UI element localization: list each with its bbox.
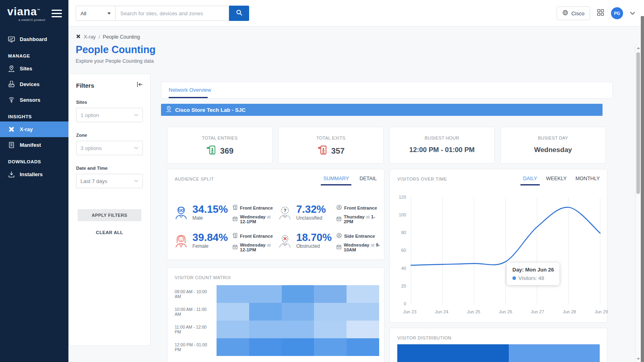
- stat-label: BUSIEST DAY: [501, 136, 605, 140]
- header-right-cluster: Cisco PG: [557, 6, 635, 20]
- audience-split-tabs: SUMMARY DETAIL: [323, 176, 377, 185]
- search-scope-select[interactable]: All: [76, 6, 115, 21]
- matrix-cell[interactable]: [314, 303, 347, 321]
- apps-grid-icon[interactable]: [597, 9, 604, 18]
- apply-filters-button[interactable]: APPLY FILTERS: [78, 209, 141, 221]
- matrix-cell[interactable]: [217, 303, 249, 321]
- matrix-cell[interactable]: [347, 321, 379, 338]
- metric-zone: Side Entrance: [344, 234, 375, 239]
- avatar[interactable]: PG: [611, 7, 623, 19]
- sidebar-item-devices[interactable]: Devices: [0, 76, 68, 92]
- matrix-cell[interactable]: [282, 321, 314, 338]
- visitors-over-time-tabs: DAILY WEEKLY MONTHLY: [523, 176, 600, 185]
- top-header: All Cisco PG: [68, 0, 644, 27]
- scroll-down-arrow-icon[interactable]: [637, 358, 640, 360]
- sidebar-item-sites[interactable]: Sites: [0, 61, 68, 76]
- matrix-cell[interactable]: [249, 303, 282, 321]
- x-axis-tick: Jun 23: [401, 309, 418, 314]
- content-scrollbar[interactable]: [635, 45, 641, 362]
- sidebar-item-dashboard[interactable]: Dashboard: [0, 31, 68, 47]
- y-axis-tick: 0: [404, 302, 406, 306]
- audience-split-title: AUDIENCE SPLIT: [175, 177, 214, 181]
- matrix-cell[interactable]: [347, 338, 379, 356]
- tab-monthly[interactable]: MONTHLY: [576, 176, 600, 185]
- metric-female: 39.84% Female Front Entrance Wednesday a…: [173, 232, 277, 252]
- x-axis-tick: Jun 24: [433, 309, 450, 314]
- matrix-row: 09:00 AM - 10:00 AM: [175, 285, 379, 303]
- org-button[interactable]: Cisco: [557, 6, 590, 20]
- window-scrollbar[interactable]: [641, 16, 644, 362]
- metric-unclassified: ? 7.32% Unclassified Front Entrance Thur…: [277, 204, 381, 224]
- chevron-down-icon: [134, 113, 138, 117]
- matrix-cell[interactable]: [314, 321, 347, 338]
- search-icon: [236, 9, 243, 17]
- tab-network-overview[interactable]: Network Overview: [169, 87, 211, 93]
- matrix-row-label: 09:00 AM - 10:00 AM: [175, 285, 217, 303]
- metric-day: Wednesday: [240, 243, 266, 247]
- tab-detail[interactable]: DETAIL: [359, 176, 377, 185]
- search-input[interactable]: [115, 6, 229, 21]
- hamburger-icon[interactable]: [52, 10, 62, 19]
- scrollbar-thumb[interactable]: [636, 52, 640, 194]
- chevron-down-icon[interactable]: [630, 10, 635, 17]
- line-chart-plot[interactable]: [409, 197, 602, 304]
- calendar-icon: [336, 245, 341, 250]
- stat-value: Wednesday: [501, 146, 605, 154]
- metric-at: at: [267, 214, 271, 219]
- matrix-cell[interactable]: [282, 303, 314, 321]
- tab-summary[interactable]: SUMMARY: [323, 176, 349, 185]
- unclassified-avatar-icon: ?: [277, 205, 293, 222]
- stat-card-total-exits: TOTAL EXITS 357: [278, 127, 384, 164]
- date-filter-value: Last 7 days: [80, 178, 107, 184]
- sidebar-section-insights: INSIGHTS: [8, 114, 68, 119]
- collapse-panel-icon[interactable]: [136, 81, 143, 89]
- matrix-cell[interactable]: [282, 285, 314, 303]
- audience-metrics: 34.15% Male Front Entrance Wednesday at …: [173, 204, 381, 252]
- sites-filter-select[interactable]: 1 option: [76, 108, 143, 122]
- sidebar-item-xray[interactable]: X-ray: [0, 121, 68, 137]
- x-axis-tick: Jun 26: [497, 309, 514, 314]
- y-axis-tick: 120: [399, 195, 406, 200]
- metric-day: Wednesday: [344, 243, 369, 247]
- matrix-cell[interactable]: [314, 285, 347, 303]
- matrix-cell[interactable]: [249, 321, 282, 338]
- metric-percent: 18.70%: [296, 232, 332, 243]
- matrix-cell[interactable]: [347, 285, 379, 303]
- entrance-door-icon: [233, 205, 237, 211]
- obstructed-avatar-icon: [277, 233, 293, 251]
- stat-value: 357: [331, 146, 345, 156]
- chevron-down-icon: [134, 146, 138, 150]
- matrix-row: 11:00 AM - 12:00 PM: [175, 321, 379, 338]
- search-button[interactable]: [229, 6, 249, 21]
- sidebar-item-manifest[interactable]: Manifest: [0, 137, 68, 153]
- matrix-heatmap: 09:00 AM - 10:00 AM10:00 AM - 11:00 AM11…: [175, 285, 379, 356]
- matrix-row-label: 11:00 AM - 12:00 PM: [175, 321, 217, 338]
- date-filter-select[interactable]: Last 7 days: [76, 174, 143, 188]
- tab-weekly[interactable]: WEEKLY: [546, 176, 567, 185]
- matrix-cell[interactable]: [249, 338, 282, 356]
- scroll-up-arrow-icon[interactable]: [637, 47, 640, 49]
- distribution-segment[interactable]: [397, 344, 509, 362]
- clear-all-button[interactable]: CLEAR ALL: [76, 230, 143, 235]
- matrix-cell[interactable]: [282, 338, 314, 356]
- distribution-title: VISITOR DISTRIBUTION: [397, 335, 451, 340]
- sidebar-menu: Dashboard MANAGE Sites Devices Sensors: [0, 31, 68, 182]
- page-subtitle: Explore your People Counting data: [76, 58, 156, 64]
- matrix-cell[interactable]: [314, 338, 347, 356]
- metric-percent: 34.15%: [192, 204, 228, 214]
- x-axis-tick: Jun 28: [561, 309, 578, 314]
- matrix-cell[interactable]: [217, 285, 249, 303]
- matrix-cell[interactable]: [249, 285, 282, 303]
- breadcrumb-section[interactable]: X-ray: [84, 34, 96, 40]
- sidebar-item-sensors[interactable]: Sensors: [0, 92, 68, 108]
- matrix-cell[interactable]: [347, 303, 379, 321]
- sidebar-item-installers[interactable]: Installers: [0, 167, 68, 182]
- sidebar-section-downloads: DOWNLOADS: [8, 159, 68, 164]
- y-axis-tick: 20: [401, 284, 406, 288]
- matrix-cell[interactable]: [217, 338, 249, 356]
- tab-daily[interactable]: DAILY: [523, 176, 537, 185]
- filters-title: Filters: [76, 82, 94, 89]
- zone-filter-select[interactable]: 3 options: [76, 141, 143, 155]
- matrix-cell[interactable]: [217, 321, 249, 338]
- distribution-segment[interactable]: [509, 344, 600, 362]
